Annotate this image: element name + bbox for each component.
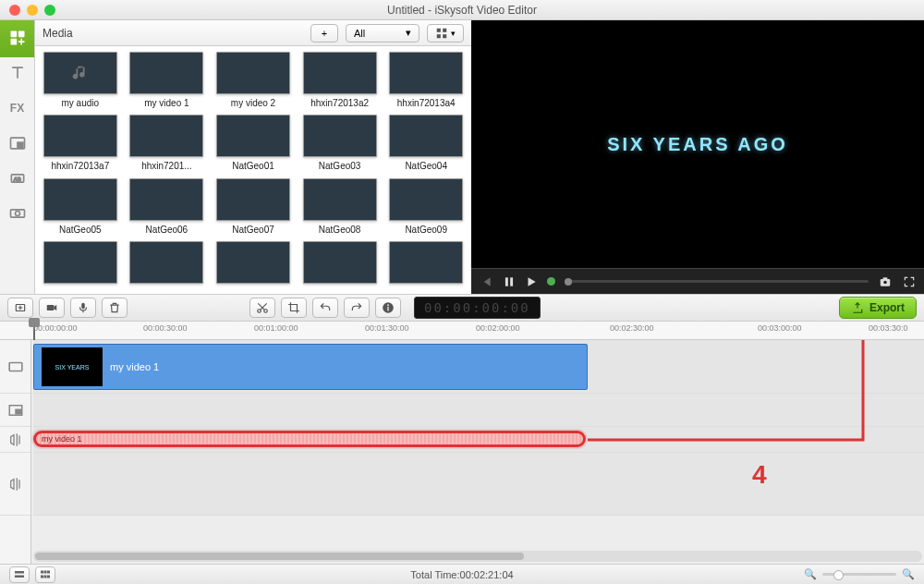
media-thumb[interactable]: hhxin72013a4 (384, 52, 468, 109)
svg-rect-14 (510, 277, 513, 286)
ruler-mark: 00:01:30:00 (365, 323, 409, 333)
svg-rect-17 (883, 277, 888, 279)
media-thumb[interactable]: hhxin72013a2 (298, 52, 382, 109)
media-thumb[interactable]: NatGeo08 (298, 178, 382, 236)
zoom-out-icon[interactable]: 🔍 (804, 568, 817, 580)
audio-clip[interactable]: my video 1 (33, 431, 586, 447)
ruler-mark: 00:00:30:00 (143, 323, 188, 333)
fx-tab[interactable]: FX (0, 91, 34, 126)
svg-rect-10 (443, 28, 446, 31)
thumbnail-image (216, 241, 290, 284)
zoom-slider[interactable] (822, 573, 896, 576)
preview-progress[interactable] (565, 280, 869, 283)
undo-button[interactable] (312, 298, 338, 318)
play-button[interactable] (525, 275, 538, 288)
add-media-button[interactable]: + (310, 24, 338, 43)
minimize-window-button[interactable] (27, 5, 38, 16)
close-window-button[interactable] (9, 5, 20, 16)
svg-rect-25 (387, 307, 388, 311)
media-thumb[interactable] (384, 241, 468, 288)
svg-rect-26 (9, 362, 22, 371)
record-webcam-button[interactable] (39, 298, 65, 318)
timeline-view-button[interactable] (35, 566, 55, 583)
media-thumb[interactable] (212, 241, 295, 288)
media-thumb[interactable] (298, 241, 382, 288)
svg-rect-1 (18, 31, 24, 38)
audio1-track-icon[interactable] (0, 427, 30, 453)
video-track-icon[interactable] (0, 340, 30, 394)
media-thumb[interactable] (126, 241, 209, 288)
delete-button[interactable] (102, 298, 128, 318)
svg-rect-36 (47, 575, 50, 578)
thumbnail-image (303, 52, 377, 94)
thumbnail-label: NatGeo03 (319, 161, 361, 171)
media-thumb[interactable]: NatGeo01 (212, 115, 295, 172)
svg-text:AB: AB (13, 176, 20, 182)
media-thumb[interactable]: NatGeo09 (384, 178, 468, 236)
thumbnail-label: hhxin72013a7 (51, 161, 109, 171)
video-clip[interactable]: SIX YEARS my video 1 (33, 344, 588, 390)
thumbnail-image (303, 178, 377, 221)
zoom-in-icon[interactable]: 🔍 (902, 568, 915, 580)
thumbnail-image (129, 52, 203, 94)
media-thumb[interactable]: NatGeo03 (298, 115, 382, 172)
record-voiceover-button[interactable] (70, 298, 96, 318)
thumbnail-label: hhxin72013a2 (310, 98, 369, 108)
ruler-mark: 00:02:30:00 (610, 323, 654, 333)
svg-rect-20 (81, 303, 85, 309)
audio-clip-label: my video 1 (42, 434, 82, 444)
media-thumb[interactable]: NatGeo04 (384, 115, 468, 172)
pip-track-icon[interactable] (0, 394, 30, 427)
timeline-toolbar: 00:00:00:00 Export (0, 294, 924, 322)
media-thumb[interactable]: my video 2 (212, 52, 295, 109)
video-clip-label: my video 1 (110, 361, 159, 372)
timeline-ruler[interactable]: 00:00:00:0000:00:30:0000:01:00:0000:01:3… (0, 322, 924, 340)
svg-point-24 (387, 304, 389, 306)
pause-button[interactable] (503, 275, 516, 288)
thumbnail-label: my video 1 (144, 98, 188, 108)
media-thumb[interactable] (39, 241, 122, 288)
transition-tab[interactable] (0, 196, 34, 231)
audio-track-2[interactable] (33, 453, 924, 516)
svg-rect-9 (437, 28, 441, 31)
media-thumb[interactable]: my video 1 (126, 52, 209, 109)
media-thumb[interactable]: hhxin72013a7 (39, 115, 122, 172)
crop-button[interactable] (281, 298, 307, 318)
thumbnail-image (129, 115, 203, 157)
media-grid[interactable]: my audiomy video 1my video 2hhxin72013a2… (35, 46, 471, 294)
title-safe-tab[interactable]: AB (0, 161, 34, 196)
info-button[interactable] (375, 298, 401, 318)
thumbnail-label: NatGeo09 (405, 225, 447, 235)
svg-rect-34 (41, 575, 43, 578)
export-button[interactable]: Export (839, 297, 917, 319)
thumbnail-image (129, 241, 203, 284)
pip-track[interactable] (33, 394, 924, 427)
preview-caption: SIX YEARS AGO (607, 134, 788, 155)
media-tab[interactable] (0, 20, 34, 55)
audio2-track-icon[interactable] (0, 453, 30, 516)
prev-frame-button[interactable] (479, 275, 493, 288)
fullscreen-button[interactable] (902, 275, 917, 288)
zoom-window-button[interactable] (44, 5, 55, 16)
svg-rect-0 (10, 31, 17, 38)
grid-view-button[interactable]: ▾ (427, 24, 464, 43)
ruler-mark: 00:03:00:00 (758, 323, 802, 333)
annotation-step: 4 (752, 460, 767, 490)
media-thumb[interactable]: NatGeo05 (39, 178, 122, 236)
snapshot-button[interactable] (878, 275, 893, 288)
pip-tab[interactable] (0, 126, 34, 161)
text-tab[interactable] (0, 55, 34, 91)
media-thumb[interactable]: my audio (39, 52, 122, 109)
media-thumb[interactable]: hhxin7201... (126, 115, 209, 172)
cut-button[interactable] (249, 298, 275, 318)
media-thumb[interactable]: NatGeo06 (126, 178, 209, 236)
storyboard-view-button[interactable] (9, 566, 30, 583)
svg-rect-33 (47, 570, 50, 573)
timecode-display: 00:00:00:00 (414, 297, 541, 319)
add-clip-button[interactable] (7, 298, 33, 318)
redo-button[interactable] (344, 298, 370, 318)
timeline-hscroll[interactable] (33, 551, 922, 562)
media-filter-select[interactable]: All▾ (346, 24, 419, 43)
tracks-area[interactable]: SIX YEARS my video 1 my video 1 4 (31, 340, 924, 564)
media-thumb[interactable]: NatGeo07 (212, 178, 295, 236)
